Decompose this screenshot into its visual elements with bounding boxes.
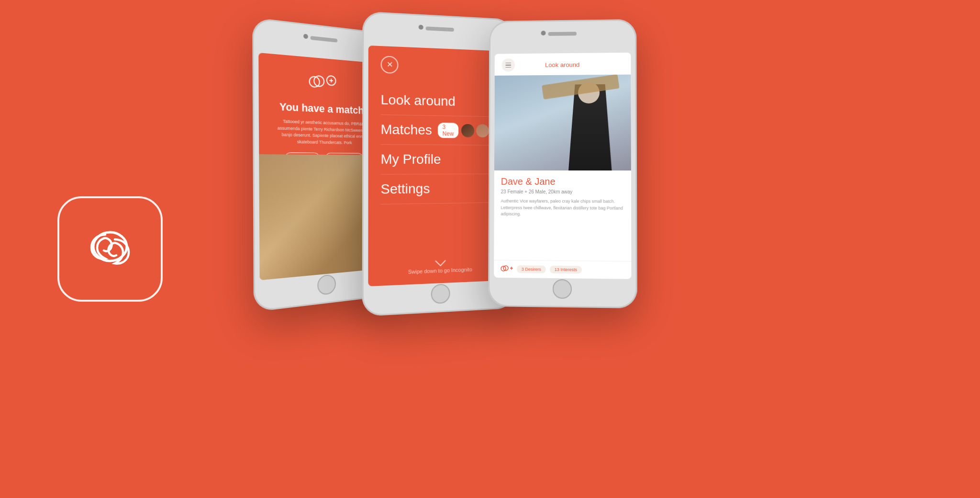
menu-item-settings[interactable]: Settings — [381, 174, 498, 205]
look-around-screen: Look around Dave & Jane 23 Female + 26 M… — [494, 53, 631, 279]
swipe-hint-text: Swipe down to go Incognito — [408, 266, 472, 274]
profile-subtitle: 23 Female + 26 Male, 20km away — [501, 189, 624, 195]
desirers-badge: 3 Desirers — [517, 265, 546, 273]
hamburger-line-1 — [505, 63, 511, 64]
app-icon — [57, 196, 163, 302]
menu-item-look-around[interactable]: Look around — [381, 85, 497, 117]
badge-num: 3 — [443, 124, 446, 130]
hamburger-line-2 — [505, 65, 511, 66]
phone-2-home[interactable] — [431, 283, 450, 304]
phone-1-camera — [303, 34, 308, 39]
matches-new-count-badge: 3 New — [438, 123, 458, 138]
menu-my-profile-label: My Profile — [381, 152, 441, 168]
menu-close-button[interactable]: ✕ — [381, 56, 399, 74]
look-menu-button[interactable] — [501, 58, 515, 72]
profile-name: Dave & Jane — [501, 176, 624, 187]
avatar-1 — [461, 124, 474, 137]
hamburger-line-3 — [505, 67, 511, 68]
profile-description: Authentic Vice wayfarers, paleo cray kal… — [501, 198, 624, 218]
look-profile-photo — [494, 75, 631, 170]
phone-1-speaker — [311, 36, 338, 43]
look-around-header: Look around — [495, 53, 631, 76]
menu-settings-label: Settings — [381, 181, 430, 197]
match-icon — [308, 71, 340, 99]
phone-3: Look around Dave & Jane 23 Female + 26 M… — [488, 19, 637, 308]
hamburger-icon — [505, 63, 511, 68]
footer-people-icon — [501, 264, 513, 274]
phone-2-speaker — [426, 26, 454, 32]
badge-new-text: New — [443, 130, 454, 137]
menu-matches-label: Matches — [381, 122, 432, 138]
menu-item-matches[interactable]: Matches 3 New — [381, 115, 498, 146]
phone-3-speaker — [548, 32, 577, 36]
menu-item-my-profile[interactable]: My Profile — [381, 145, 498, 174]
phone-3-home[interactable] — [553, 279, 572, 299]
phone-3-screen: Look around Dave & Jane 23 Female + 26 M… — [494, 53, 631, 279]
phones-container: You have a match! Tattooed yr aesthetic … — [230, 0, 980, 498]
match-text: Tattooed yr aesthetic accusamus do, PBR&… — [269, 118, 377, 147]
look-profile-info: Dave & Jane 23 Female + 26 Male, 20km aw… — [494, 170, 631, 261]
interests-badge: 13 Interests — [550, 266, 582, 274]
look-footer: 3 Desirers 13 Interests — [494, 260, 631, 279]
phone-3-camera — [541, 31, 546, 35]
match-title: You have a match! — [279, 101, 367, 117]
app-icon-container — [57, 196, 163, 302]
avatar-2 — [476, 124, 489, 137]
phone-2-camera — [419, 25, 423, 30]
app-logo-svg — [79, 218, 141, 280]
phone-1-home[interactable] — [317, 274, 336, 295]
close-icon: ✕ — [386, 61, 392, 69]
look-around-title: Look around — [545, 61, 579, 68]
menu-look-around-label: Look around — [381, 92, 456, 109]
swipe-down-icon — [435, 255, 446, 266]
